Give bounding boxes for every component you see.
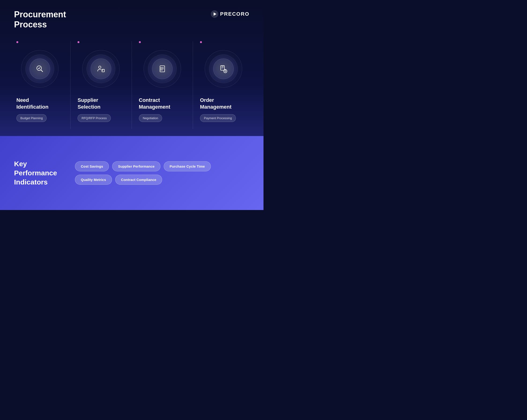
process-card-contract-management: ContractManagement Negotiation [132, 41, 193, 129]
process-card-supplier-selection: SupplierSelection RFQ/RFP Process [70, 41, 132, 129]
icon-circle-outer [143, 50, 181, 87]
logo-text: PRECORO [220, 11, 250, 17]
card-top-dot [200, 41, 202, 43]
process-card-order-management: OrderManagement Payment Processing [193, 41, 254, 129]
kpi-section: Key Performance Indicators Cost Savings … [0, 136, 264, 210]
svg-point-8 [160, 70, 161, 70]
process-badge-contract-management: Negotiation [139, 114, 162, 122]
precoro-logo-icon [211, 10, 218, 18]
search-check-icon [35, 64, 44, 74]
icon-circle-outer [82, 50, 120, 87]
page-title: Procurement Process [14, 9, 66, 30]
person-box-icon [96, 64, 106, 74]
process-badge-need-identification: Budget Planning [16, 114, 47, 122]
process-grid: NeedIdentification Budget Planning [9, 41, 254, 129]
process-badge-supplier-selection: RFQ/RFP Process [77, 114, 110, 122]
logo-area: PRECORO [211, 10, 250, 18]
icon-circle-inner [152, 59, 173, 79]
process-card-need-identification: NeedIdentification Budget Planning [9, 41, 70, 129]
kpi-badge-quality-metrics: Quality Metrics [75, 175, 112, 185]
page-wrapper: Procurement Process PRECORO [0, 0, 264, 210]
card-top-dot [16, 41, 18, 43]
process-name-order-management: OrderManagement [200, 97, 231, 110]
process-section: NeedIdentification Budget Planning [0, 36, 264, 136]
icon-circle-outer [21, 50, 59, 87]
kpi-badge-supplier-performance: Supplier Performance [112, 161, 160, 171]
svg-rect-12 [225, 69, 226, 70]
card-top-dot [77, 41, 79, 43]
kpi-badge-purchase-cycle-time: Purchase Cycle Time [164, 161, 211, 171]
process-name-need-identification: NeedIdentification [16, 97, 48, 110]
process-badge-order-management: Payment Processing [200, 114, 236, 122]
kpi-title: Key Performance Indicators [14, 159, 61, 187]
icon-circle-wrapper [143, 50, 181, 87]
icon-circle-wrapper [82, 50, 120, 87]
process-name-supplier-selection: SupplierSelection [77, 97, 100, 110]
kpi-badges: Cost Savings Supplier Performance Purcha… [75, 161, 250, 185]
svg-point-3 [99, 66, 101, 68]
icon-circle-inner [30, 59, 50, 79]
card-top-dot [139, 41, 141, 43]
process-name-contract-management: ContractManagement [139, 97, 170, 110]
kpi-badge-contract-compliance: Contract Compliance [115, 175, 162, 185]
icon-circle-inner [213, 59, 234, 79]
svg-point-11 [225, 71, 226, 72]
icon-circle-wrapper [205, 50, 242, 87]
icon-circle-inner [91, 59, 111, 79]
svg-point-7 [160, 69, 161, 69]
kpi-badge-cost-savings: Cost Savings [75, 161, 109, 171]
icon-circle-wrapper [21, 50, 59, 87]
svg-point-6 [160, 67, 161, 68]
document-list-icon [158, 64, 167, 74]
top-section: Procurement Process PRECORO [0, 0, 264, 36]
document-gear-icon [219, 64, 228, 74]
icon-circle-outer [205, 50, 242, 87]
